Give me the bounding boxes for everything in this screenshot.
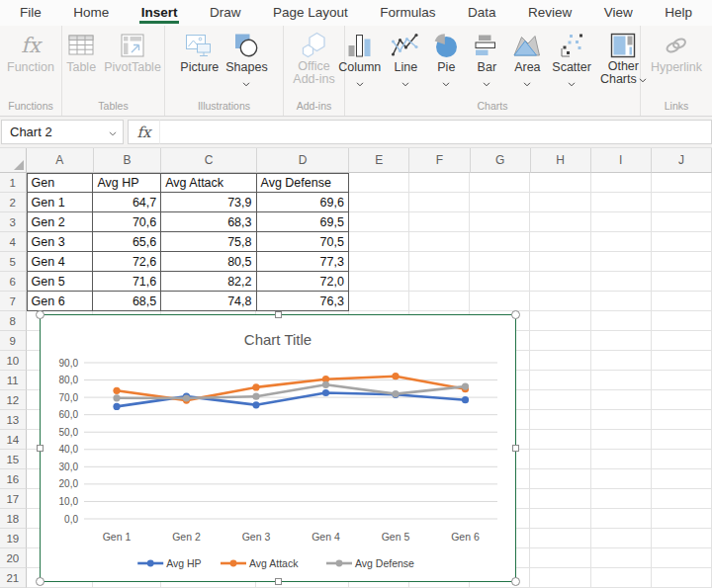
cell-H17[interactable]: [530, 489, 590, 509]
cell-I3[interactable]: [591, 212, 652, 232]
cell-C3[interactable]: 68,3: [161, 212, 256, 232]
cell-E7[interactable]: [349, 292, 409, 311]
cell-H1[interactable]: [530, 173, 590, 193]
column-header-C[interactable]: C: [161, 148, 256, 173]
row-header-12[interactable]: 12: [0, 390, 27, 410]
bar-chart-button[interactable]: Bar: [469, 31, 504, 90]
cell-A5[interactable]: Gen 4: [27, 252, 94, 272]
scatter-chart-button[interactable]: Scatter: [550, 31, 593, 90]
cell-E3[interactable]: [349, 212, 409, 232]
cell-J1[interactable]: [652, 173, 712, 193]
cell-I8[interactable]: [591, 311, 652, 331]
row-header-7[interactable]: 7: [0, 292, 27, 311]
cell-F7[interactable]: [409, 292, 470, 311]
column-header-E[interactable]: E: [349, 148, 409, 173]
tab-page-layout[interactable]: Page Layout: [271, 0, 350, 24]
selection-handle[interactable]: [511, 310, 520, 319]
cell-J3[interactable]: [652, 212, 712, 232]
cell-J11[interactable]: [652, 371, 712, 390]
area-chart-button[interactable]: Area: [509, 31, 545, 90]
selection-handle[interactable]: [275, 578, 282, 585]
tab-review[interactable]: Review: [526, 0, 574, 24]
column-header-H[interactable]: H: [531, 148, 591, 173]
selection-handle[interactable]: [511, 577, 520, 586]
column-header-F[interactable]: F: [409, 148, 470, 173]
cell-J19[interactable]: [652, 529, 712, 548]
cell-H2[interactable]: [530, 193, 590, 212]
cell-I21[interactable]: [591, 568, 652, 588]
cell-A1[interactable]: Gen: [27, 173, 94, 193]
column-header-D[interactable]: D: [257, 148, 350, 173]
cell-E2[interactable]: [349, 193, 409, 212]
cell-I19[interactable]: [591, 529, 652, 548]
tab-view[interactable]: View: [602, 0, 635, 24]
cell-A2[interactable]: Gen 1: [27, 193, 94, 212]
pivottable-button[interactable]: PivotTable: [102, 31, 163, 74]
cell-J17[interactable]: [652, 489, 712, 509]
cell-I5[interactable]: [591, 252, 652, 272]
cell-E1[interactable]: [349, 173, 409, 193]
cell-J8[interactable]: [652, 311, 712, 331]
name-box-chevron-icon[interactable]: [109, 125, 123, 139]
name-box[interactable]: Chart 2: [1, 120, 124, 144]
cell-J21[interactable]: [652, 568, 712, 588]
cell-G5[interactable]: [470, 252, 530, 272]
column-header-A[interactable]: A: [27, 148, 94, 173]
row-header-10[interactable]: 10: [0, 351, 27, 371]
row-header-11[interactable]: 11: [0, 371, 27, 390]
formula-input[interactable]: [159, 120, 712, 144]
tab-insert[interactable]: Insert: [139, 0, 180, 24]
cell-J5[interactable]: [652, 252, 712, 272]
cell-G7[interactable]: [470, 292, 530, 311]
cell-I10[interactable]: [591, 351, 652, 371]
cell-I11[interactable]: [591, 371, 652, 390]
cell-J6[interactable]: [652, 272, 712, 292]
cell-I6[interactable]: [591, 272, 652, 292]
cell-J4[interactable]: [652, 232, 712, 252]
selection-handle[interactable]: [512, 445, 519, 452]
tab-draw[interactable]: Draw: [208, 0, 243, 24]
function-button[interactable]: fx Function: [5, 31, 56, 74]
row-header-4[interactable]: 4: [0, 232, 27, 252]
column-chart-button[interactable]: Column: [336, 31, 383, 90]
cell-F3[interactable]: [409, 212, 470, 232]
cell-I17[interactable]: [591, 489, 652, 509]
cell-I7[interactable]: [591, 292, 652, 311]
cell-H18[interactable]: [530, 509, 590, 529]
cell-B6[interactable]: 71,6: [93, 272, 161, 292]
cell-H8[interactable]: [530, 311, 590, 331]
column-header-B[interactable]: B: [94, 148, 162, 173]
cell-H3[interactable]: [530, 212, 590, 232]
cell-E6[interactable]: [349, 272, 409, 292]
cell-F5[interactable]: [409, 252, 470, 272]
cell-H12[interactable]: [530, 390, 590, 410]
cell-J9[interactable]: [652, 331, 712, 351]
cell-H15[interactable]: [530, 450, 590, 469]
cell-B1[interactable]: Avg HP: [93, 173, 161, 193]
cell-D5[interactable]: 77,3: [257, 252, 349, 272]
cell-G2[interactable]: [470, 193, 530, 212]
cell-J2[interactable]: [652, 193, 712, 212]
cell-A7[interactable]: Gen 6: [27, 292, 94, 311]
row-header-15[interactable]: 15: [0, 450, 27, 469]
row-header-13[interactable]: 13: [0, 410, 27, 430]
cell-H5[interactable]: [530, 252, 590, 272]
cell-H9[interactable]: [530, 331, 590, 351]
cell-I18[interactable]: [591, 509, 652, 529]
cell-C6[interactable]: 82,2: [161, 272, 256, 292]
cell-C4[interactable]: 75,8: [161, 232, 256, 252]
cell-H19[interactable]: [530, 529, 590, 548]
cell-F4[interactable]: [409, 232, 470, 252]
selection-handle[interactable]: [275, 311, 282, 318]
cell-I12[interactable]: [591, 390, 652, 410]
cell-J10[interactable]: [652, 351, 712, 371]
cell-H16[interactable]: [530, 469, 590, 489]
row-header-20[interactable]: 20: [0, 548, 27, 568]
pie-chart-button[interactable]: Pie: [428, 31, 464, 90]
cell-C7[interactable]: 74,8: [161, 292, 256, 311]
cell-H4[interactable]: [530, 232, 590, 252]
cell-H6[interactable]: [530, 272, 590, 292]
cell-G1[interactable]: [470, 173, 530, 193]
row-header-9[interactable]: 9: [0, 331, 27, 351]
cell-H20[interactable]: [530, 548, 590, 568]
